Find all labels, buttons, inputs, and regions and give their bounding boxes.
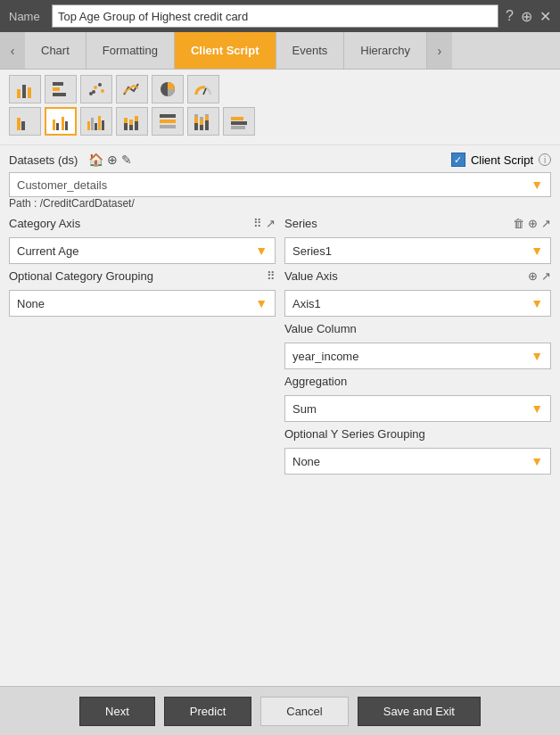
datasets-select[interactable]: Customer_details ▼ xyxy=(9,172,551,197)
predict-button[interactable]: Predict xyxy=(164,697,251,726)
svg-rect-30 xyxy=(160,114,176,118)
svg-rect-18 xyxy=(65,121,68,130)
series-goto-icon[interactable]: ↗ xyxy=(541,217,551,230)
datasets-edit-icon[interactable]: ✎ xyxy=(121,153,132,167)
tab-events[interactable]: Events xyxy=(276,32,345,69)
category-axis-arrow: ▼ xyxy=(255,244,268,258)
series-label: Series xyxy=(284,217,317,230)
svg-rect-32 xyxy=(160,125,176,128)
tab-hierarchy[interactable]: Hierarchy xyxy=(344,32,427,69)
two-col-layout: Category Axis ⠿ ↗ Current Age ▼ Optional… xyxy=(9,217,551,475)
svg-rect-31 xyxy=(160,120,176,123)
value-axis-arrow: ▼ xyxy=(531,296,543,310)
value-axis-value: Axis1 xyxy=(292,297,321,310)
svg-rect-13 xyxy=(17,118,21,130)
svg-rect-25 xyxy=(124,118,128,123)
save-exit-button[interactable]: Save and Exit xyxy=(358,697,481,726)
tab-next-arrow[interactable]: › xyxy=(427,32,452,69)
category-axis-network-icon[interactable]: ⠿ xyxy=(253,217,262,230)
chart-bar-vert-icon[interactable] xyxy=(9,75,41,103)
chart-line-icon[interactable] xyxy=(116,75,148,103)
category-axis-dropdown[interactable]: Current Age ▼ xyxy=(9,237,276,264)
client-script-area: ✓ Client Script i xyxy=(451,153,551,167)
category-axis-value: Current Age xyxy=(17,244,78,258)
chart-grouped1-icon[interactable] xyxy=(9,107,41,136)
category-axis-header: Category Axis ⠿ ↗ xyxy=(9,217,276,230)
datasets-add-icon[interactable]: ⊕ xyxy=(107,153,118,167)
value-axis-add-icon[interactable]: ⊕ xyxy=(528,269,538,283)
aggregation-arrow: ▼ xyxy=(531,401,543,416)
svg-rect-35 xyxy=(194,114,198,117)
right-col: Series 🗑 ⊕ ↗ Series1 ▼ Value Axis ⊕ xyxy=(284,217,551,475)
svg-rect-21 xyxy=(95,123,97,130)
series-arrow: ▼ xyxy=(531,244,543,258)
svg-rect-29 xyxy=(135,116,138,121)
value-axis-header: Value Axis ⊕ ↗ xyxy=(284,269,551,283)
svg-rect-43 xyxy=(231,117,243,120)
aggregation-dropdown[interactable]: Sum ▼ xyxy=(284,395,551,422)
svg-rect-3 xyxy=(53,82,63,86)
tab-chart[interactable]: Chart xyxy=(25,32,86,69)
client-script-checkbox[interactable]: ✓ xyxy=(451,153,465,167)
chart-stacked1-icon[interactable] xyxy=(116,107,148,136)
path-row: Path : /CreditCardDataset/ xyxy=(9,197,551,210)
series-add-icon[interactable]: ⊕ xyxy=(528,217,538,230)
svg-rect-16 xyxy=(56,123,59,130)
help-icon[interactable]: ? xyxy=(506,8,514,25)
chart-icons-row2 xyxy=(9,107,551,136)
svg-rect-42 xyxy=(231,121,247,125)
main-container: Name ? ⊕ ✕ ‹ Chart Formatting Client Scr… xyxy=(0,0,560,735)
name-input[interactable] xyxy=(52,4,498,28)
close-icon[interactable]: ✕ xyxy=(539,8,551,25)
value-axis-dropdown[interactable]: Axis1 ▼ xyxy=(284,290,551,317)
header-bar: Name ? ⊕ ✕ xyxy=(0,0,560,32)
value-col-dropdown[interactable]: year_income ▼ xyxy=(284,343,551,369)
optional-cat-value: None xyxy=(17,297,45,310)
next-button[interactable]: Next xyxy=(79,697,155,726)
category-axis-goto-icon[interactable]: ↗ xyxy=(266,217,276,230)
datasets-dropdown-arrow: ▼ xyxy=(531,178,543,192)
value-col-header: Value Column xyxy=(284,322,551,335)
chart-stacked2-icon[interactable] xyxy=(152,107,184,136)
aggregation-header: Aggregation xyxy=(284,375,551,388)
series-value: Series1 xyxy=(292,244,332,258)
tab-client-script[interactable]: Client Script xyxy=(175,32,276,69)
chart-gauge-icon[interactable] xyxy=(187,75,219,103)
path-label: Path : xyxy=(9,197,37,210)
aggregation-value: Sum xyxy=(292,402,317,416)
chart-grouped3-icon[interactable] xyxy=(80,107,112,136)
client-script-label: Client Script xyxy=(471,153,533,167)
svg-rect-28 xyxy=(135,121,138,130)
optional-cat-dropdown[interactable]: None ▼ xyxy=(9,290,276,317)
optional-cat-header: Optional Category Grouping ⠿ xyxy=(9,269,276,283)
optional-y-dropdown[interactable]: None ▼ xyxy=(284,448,551,475)
chart-pie-icon[interactable] xyxy=(152,75,184,103)
svg-rect-44 xyxy=(231,126,245,129)
chart-bar-horiz-icon[interactable] xyxy=(45,75,77,103)
tab-prev-arrow[interactable]: ‹ xyxy=(0,32,25,69)
chart-grouped2-icon[interactable] xyxy=(45,107,77,136)
svg-line-12 xyxy=(203,88,206,95)
series-dropdown[interactable]: Series1 ▼ xyxy=(284,237,551,264)
value-col-label: Value Column xyxy=(284,322,357,335)
optional-cat-network-icon[interactable]: ⠿ xyxy=(267,269,276,283)
svg-rect-20 xyxy=(91,118,94,130)
optional-y-value: None xyxy=(292,455,320,468)
svg-rect-2 xyxy=(28,87,31,98)
datasets-home-icon[interactable]: 🏠 xyxy=(88,153,103,167)
chart-scatter-icon[interactable] xyxy=(80,75,112,103)
client-script-info-icon[interactable]: i xyxy=(539,153,551,166)
svg-rect-41 xyxy=(205,114,209,116)
tabs-bar: ‹ Chart Formatting Client Script Events … xyxy=(0,32,560,70)
move-icon[interactable]: ⊕ xyxy=(521,8,532,25)
svg-rect-34 xyxy=(194,117,198,123)
series-delete-icon[interactable]: 🗑 xyxy=(513,217,524,230)
tab-formatting[interactable]: Formatting xyxy=(86,32,175,69)
value-axis-goto-icon[interactable]: ↗ xyxy=(541,269,551,283)
svg-rect-0 xyxy=(17,89,21,98)
chart-stacked4-icon[interactable] xyxy=(223,107,255,136)
cancel-button[interactable]: Cancel xyxy=(260,697,348,726)
chart-stacked3-icon[interactable] xyxy=(187,107,219,136)
svg-point-10 xyxy=(92,90,95,94)
optional-cat-label: Optional Category Grouping xyxy=(9,269,153,283)
